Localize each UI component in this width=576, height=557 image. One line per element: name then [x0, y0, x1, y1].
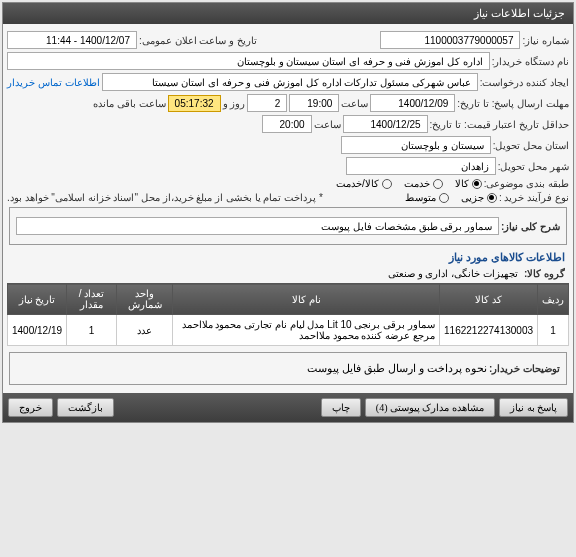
th-date: تاریخ نیاز — [8, 284, 67, 315]
group-value: تجهیزات خانگی، اداری و صنعتی — [388, 268, 518, 279]
details-panel: جزئیات اطلاعات نیاز شماره نیاز: 11000037… — [2, 2, 574, 423]
category-label: طبقه بندی موضوعی: — [484, 178, 569, 189]
desc-label: شرح کلی نیاز: — [501, 221, 560, 232]
th-unit: واحد شمارش — [116, 284, 173, 315]
buyer-label: نام دستگاه خریدار: — [492, 56, 569, 67]
back-button[interactable]: بازگشت — [57, 398, 114, 417]
th-row: ردیف — [538, 284, 569, 315]
city-label: شهر محل تحویل: — [498, 161, 569, 172]
need-number-field: 1100003779000057 — [380, 31, 520, 49]
radio-dot-icon — [433, 179, 443, 189]
announce-datetime-field: 1400/12/07 - 11:44 — [7, 31, 137, 49]
goods-section-title: اطلاعات کالاهای مورد نیاز — [11, 251, 565, 264]
countdown-field: 05:17:32 — [168, 95, 221, 112]
td-row: 1 — [538, 315, 569, 346]
th-name: نام کالا — [173, 284, 440, 315]
process-radio-group: جزیی متوسط — [405, 192, 497, 203]
exit-button[interactable]: خروج — [8, 398, 53, 417]
buyer-notes-label: توضیحات خریدار: — [489, 363, 560, 374]
category-radio-group: کالا خدمت کالا/خدمت — [336, 178, 482, 189]
validity-date-field: 1400/12/25 — [343, 115, 428, 133]
radio-goods-service[interactable]: کالا/خدمت — [336, 178, 392, 189]
days-field: 2 — [247, 94, 287, 112]
radio-dot-icon — [487, 193, 497, 203]
print-button[interactable]: چاپ — [321, 398, 361, 417]
th-code: کد کالا — [440, 284, 538, 315]
td-date: 1400/12/19 — [8, 315, 67, 346]
buyer-notes-section: توضیحات خریدار: نحوه پرداخت و ارسال طبق … — [9, 352, 567, 385]
radio-medium[interactable]: متوسط — [405, 192, 449, 203]
validity-label: حداقل تاریخ اعتبار قیمت: تا تاریخ: — [430, 119, 569, 130]
td-code: 1162212274130003 — [440, 315, 538, 346]
panel-content: شماره نیاز: 1100003779000057 تاریخ و ساع… — [3, 24, 573, 393]
remaining-label: ساعت باقی مانده — [93, 98, 166, 109]
time-label-2: ساعت — [314, 119, 341, 130]
need-number-label: شماره نیاز: — [522, 35, 569, 46]
td-unit: عدد — [116, 315, 173, 346]
province-field: سیستان و بلوچستان — [341, 136, 491, 154]
attachments-button[interactable]: مشاهده مدارک پیوستی (4) — [365, 398, 495, 417]
respond-button[interactable]: پاسخ به نیاز — [499, 398, 568, 417]
buyer-notes-value: نحوه پرداخت و ارسال طبق فایل پیوست — [307, 362, 487, 375]
radio-goods-label: کالا — [455, 178, 469, 189]
td-name: سماور برقی برنجی 10 Lit مدل لیام نام تجا… — [173, 315, 440, 346]
goods-table: ردیف کد کالا نام کالا واحد شمارش تعداد /… — [7, 283, 569, 346]
contact-link[interactable]: اطلاعات تماس خریدار — [7, 77, 100, 88]
days-label: روز و — [223, 98, 246, 109]
buyer-field: اداره کل اموزش فنی و حرفه ای استان سیستا… — [7, 52, 490, 70]
creator-field: عباس شهرکی مسئول تدارکات اداره کل اموزش … — [102, 73, 478, 91]
process-label: نوع فرآیند خرید : — [499, 192, 569, 203]
table-row: 1 1162212274130003 سماور برقی برنجی 10 L… — [8, 315, 569, 346]
radio-dot-icon — [382, 179, 392, 189]
button-bar: پاسخ به نیاز مشاهده مدارک پیوستی (4) چاپ… — [3, 393, 573, 422]
deadline-label: مهلت ارسال پاسخ: تا تاریخ: — [457, 98, 569, 109]
radio-dot-icon — [439, 193, 449, 203]
radio-service-label: خدمت — [404, 178, 430, 189]
payment-note: * پرداخت تمام یا بخشی از مبلغ خرید،از مح… — [7, 192, 323, 203]
th-qty: تعداد / مقدار — [67, 284, 117, 315]
radio-medium-label: متوسط — [405, 192, 436, 203]
radio-service[interactable]: خدمت — [404, 178, 443, 189]
city-field: زاهدان — [346, 157, 496, 175]
creator-label: ایجاد کننده درخواست: — [480, 77, 569, 88]
table-header-row: ردیف کد کالا نام کالا واحد شمارش تعداد /… — [8, 284, 569, 315]
radio-goods[interactable]: کالا — [455, 178, 482, 189]
radio-small[interactable]: جزیی — [461, 192, 497, 203]
announce-label: تاریخ و ساعت اعلان عمومی: — [139, 35, 257, 46]
validity-time-field: 20:00 — [262, 115, 312, 133]
desc-section: شرح کلی نیاز: سماور برقی طبق مشخصات فایل… — [9, 207, 567, 245]
radio-small-label: جزیی — [461, 192, 484, 203]
group-label: گروه کالا: — [524, 268, 565, 279]
radio-dot-icon — [472, 179, 482, 189]
desc-field: سماور برقی طبق مشخصات فایل پیوست — [16, 217, 499, 235]
time-label-1: ساعت — [341, 98, 368, 109]
td-qty: 1 — [67, 315, 117, 346]
province-label: استان محل تحویل: — [493, 140, 569, 151]
panel-header: جزئیات اطلاعات نیاز — [3, 3, 573, 24]
deadline-date-field: 1400/12/09 — [370, 94, 455, 112]
radio-goods-service-label: کالا/خدمت — [336, 178, 379, 189]
deadline-time-field: 19:00 — [289, 94, 339, 112]
